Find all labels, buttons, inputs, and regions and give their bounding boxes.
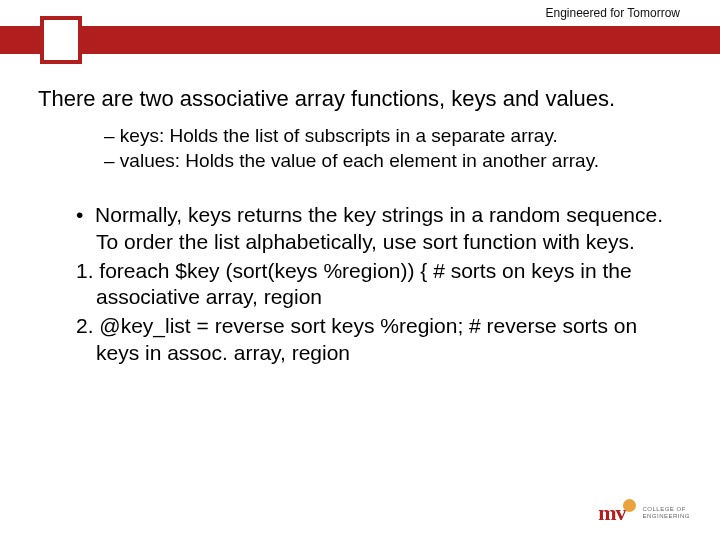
list-item-text: values: Holds the value of each element …	[120, 150, 599, 171]
logo-line: ENGINEERING	[642, 513, 690, 520]
logo-mark: mv	[598, 500, 625, 525]
intro-text: There are two associative array function…	[38, 85, 686, 113]
list-item-text: @key_list = reverse sort keys %region; #…	[96, 314, 637, 364]
list-item-text: foreach $key (sort(keys %region)) { # so…	[96, 259, 632, 309]
list-item: • Normally, keys returns the key strings…	[38, 202, 686, 256]
intro-line: There are two associative array function…	[38, 86, 615, 111]
bullet-block: • Normally, keys returns the key strings…	[38, 202, 686, 367]
list-item: 2. @key_list = reverse sort keys %region…	[38, 313, 686, 367]
footer-logo: mv COLLEGE OF ENGINEERING	[598, 500, 690, 526]
header-notch	[40, 16, 82, 64]
logo-subtext: COLLEGE OF ENGINEERING	[642, 506, 690, 519]
bullet-marker: 1.	[76, 259, 94, 282]
logo-mark-wrap: mv	[598, 500, 636, 526]
list-item: – values: Holds the value of each elemen…	[104, 148, 686, 174]
logo-line: COLLEGE OF	[642, 506, 690, 513]
list-item: 1. foreach $key (sort(keys %region)) { #…	[38, 258, 686, 312]
bullet-marker: •	[76, 203, 83, 226]
dash-list: – keys: Holds the list of subscripts in …	[38, 123, 686, 174]
list-item: – keys: Holds the list of subscripts in …	[104, 123, 686, 149]
list-item-text: Normally, keys returns the key strings i…	[95, 203, 663, 253]
slide-content: There are two associative array function…	[38, 85, 686, 369]
list-item-text: keys: Holds the list of subscripts in a …	[120, 125, 558, 146]
bullet-marker: 2.	[76, 314, 94, 337]
tagline: Engineered for Tomorrow	[545, 6, 680, 20]
header-bar	[0, 26, 720, 54]
logo-dot-icon	[623, 499, 636, 512]
